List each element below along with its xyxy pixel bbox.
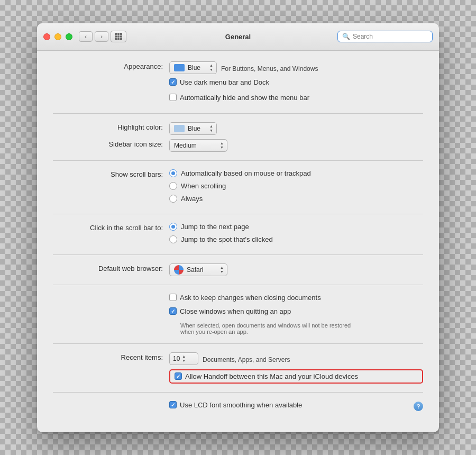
divider-5 (53, 285, 423, 285)
scroll-jump-spot-row: Jump to the spot that's clicked (169, 235, 273, 243)
recent-items-helper: Documents, Apps, and Servers (203, 354, 290, 363)
dark-menu-row: Use dark menu bar and Dock (53, 78, 423, 89)
appearance-label: Appearance: (53, 61, 169, 70)
dark-menu-checkbox[interactable] (169, 78, 177, 86)
highlight-color-row: Highlight color: Blue ▲▼ (53, 122, 423, 135)
scroll-always-radio[interactable] (169, 195, 177, 203)
handoff-row: Allow Handoff between this Mac and your … (53, 369, 423, 384)
safari-icon (174, 265, 184, 275)
lcd-font-checkbox[interactable] (169, 401, 177, 408)
highlight-value: Blue (188, 125, 206, 132)
show-scroll-bars-row: Show scroll bars: Automatically based on… (53, 169, 423, 205)
nav-buttons: ‹ › (79, 31, 108, 42)
search-icon: 🔍 (342, 33, 350, 40)
maximize-button[interactable] (66, 33, 72, 40)
traffic-lights (43, 33, 72, 40)
scroll-always-row: Always (169, 195, 311, 203)
scroll-jump-page-row: Jump to the next page (169, 223, 273, 231)
auto-hide-checkbox[interactable] (169, 94, 177, 101)
divider-7 (53, 392, 423, 393)
appearance-row: Appearance: Blue ▲▼ For Buttons, Menus, … (53, 61, 423, 74)
appearance-value: Blue (188, 64, 206, 71)
divider-4 (53, 254, 423, 255)
help-button[interactable]: ? (414, 402, 423, 411)
divider-3 (53, 214, 423, 214)
highlight-color-select[interactable]: Blue ▲▼ (169, 122, 217, 135)
handoff-checkbox[interactable] (175, 372, 182, 380)
titlebar: ‹ › General 🔍 (37, 23, 439, 51)
minimize-button[interactable] (54, 33, 61, 40)
lcd-font-label: Use LCD font smoothing when available (180, 401, 302, 409)
content-area: Appearance: Blue ▲▼ For Buttons, Menus, … (37, 51, 439, 432)
scroll-when-label: When scrolling (181, 182, 226, 190)
auto-hide-label: Automatically hide and show the menu bar (180, 94, 309, 102)
appearance-controls: Blue ▲▼ For Buttons, Menus, and Windows (169, 61, 318, 74)
forward-button[interactable]: › (95, 31, 108, 42)
appearance-arrows: ▲▼ (209, 63, 213, 71)
search-box[interactable]: 🔍 (337, 31, 433, 42)
ask-changes-checkbox[interactable] (169, 294, 177, 301)
highlight-arrows: ▲▼ (209, 124, 213, 132)
scroll-jump-spot-label: Jump to the spot that's clicked (181, 235, 273, 243)
lcd-font-row: Use LCD font smoothing when available ? (53, 401, 423, 412)
auto-hide-row: Automatically hide and show the menu bar (53, 94, 423, 105)
scroll-auto-label: Automatically based on mouse or trackpad (181, 169, 311, 177)
scroll-auto-row: Automatically based on mouse or trackpad (169, 169, 311, 177)
scroll-jump-spot-radio[interactable] (169, 235, 177, 243)
click-scroll-row: Click in the scroll bar to: Jump to the … (53, 223, 423, 246)
scroll-jump-page-label: Jump to the next page (181, 223, 249, 231)
auto-hide-checkbox-row: Automatically hide and show the menu bar (169, 94, 309, 102)
close-windows-checkbox[interactable] (169, 307, 177, 315)
default-browser-value: Safari (187, 266, 217, 274)
sidebar-icon-size-value: Medium (174, 142, 217, 149)
grid-icon (115, 33, 122, 40)
default-browser-label: Default web browser: (53, 263, 169, 272)
close-windows-checkbox-row: Close windows when quitting an app (169, 307, 351, 315)
sidebar-icon-size-select[interactable]: Medium ▲▼ (169, 139, 227, 152)
lcd-font-checkbox-row: Use LCD font smoothing when available (169, 401, 302, 409)
search-input[interactable] (353, 33, 428, 40)
recent-items-select[interactable]: 10 ▲▼ (169, 352, 198, 365)
show-scroll-bars-label: Show scroll bars: (53, 169, 169, 178)
sidebar-icon-size-row: Sidebar icon size: Medium ▲▼ (53, 139, 423, 152)
scroll-jump-page-radio[interactable] (169, 223, 177, 231)
close-windows-label: Close windows when quitting an app (180, 307, 291, 315)
close-windows-sub-text: When selected, open documents and window… (180, 322, 351, 335)
sidebar-size-arrows: ▲▼ (220, 141, 224, 149)
browser-arrows: ▲▼ (220, 266, 224, 274)
recent-items-value: 10 (173, 355, 180, 362)
handoff-label: Allow Handoff between this Mac and your … (185, 372, 358, 380)
ask-changes-checkbox-row: Ask to keep changes when closing documen… (169, 294, 351, 302)
grid-button[interactable] (111, 31, 126, 42)
appearance-select[interactable]: Blue ▲▼ (169, 61, 217, 74)
divider-1 (53, 113, 423, 114)
default-browser-row: Default web browser: Safari ▲▼ (53, 263, 423, 276)
sidebar-icon-size-label: Sidebar icon size: (53, 139, 169, 148)
default-browser-select[interactable]: Safari ▲▼ (169, 263, 227, 276)
scroll-when-radio[interactable] (169, 182, 177, 190)
preferences-window: ‹ › General 🔍 Appearance: Blue (37, 23, 439, 432)
recent-items-label: Recent items: (53, 352, 169, 361)
ask-changes-row: Ask to keep changes when closing documen… (53, 294, 423, 335)
close-button[interactable] (43, 33, 50, 40)
appearance-swatch (174, 64, 185, 71)
divider-2 (53, 160, 423, 161)
window-title: General (225, 33, 251, 41)
click-scroll-label: Click in the scroll bar to: (53, 223, 169, 232)
divider-6 (53, 343, 423, 344)
dark-menu-label: Use dark menu bar and Dock (180, 78, 269, 86)
appearance-helper: For Buttons, Menus, and Windows (221, 63, 318, 72)
recent-items-arrows: ▲▼ (182, 354, 186, 362)
scroll-when-row: When scrolling (169, 182, 311, 190)
scroll-always-label: Always (181, 195, 203, 203)
highlight-swatch (174, 125, 185, 132)
scroll-auto-radio[interactable] (169, 169, 177, 177)
highlight-color-label: Highlight color: (53, 122, 169, 131)
handoff-highlighted: Allow Handoff between this Mac and your … (169, 369, 423, 384)
recent-items-row: Recent items: 10 ▲▼ Documents, Apps, and… (53, 352, 423, 365)
back-button[interactable]: ‹ (79, 31, 93, 42)
dark-menu-checkbox-row: Use dark menu bar and Dock (169, 78, 269, 86)
ask-changes-label: Ask to keep changes when closing documen… (180, 294, 321, 302)
